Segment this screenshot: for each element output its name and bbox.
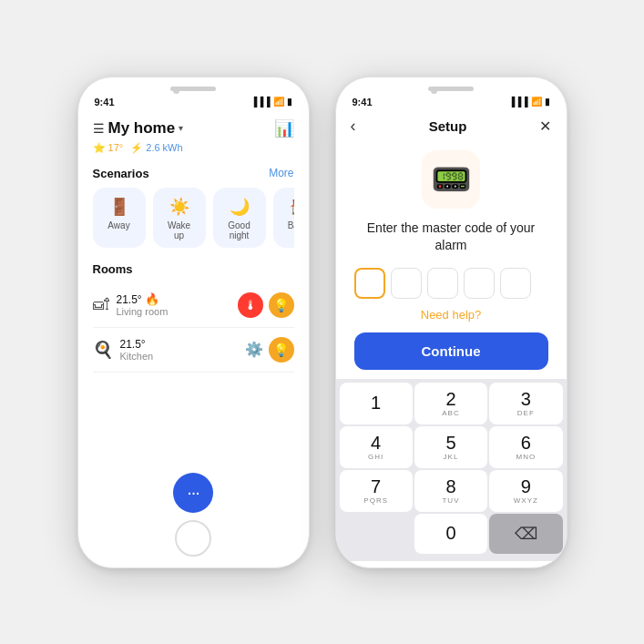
home-title: My home	[108, 119, 176, 138]
livingroom-thermostat-btn[interactable]: 🌡	[238, 292, 263, 318]
key-2[interactable]: 2 ABC	[414, 383, 487, 424]
scenarios-more-link[interactable]: More	[269, 167, 293, 179]
menu-icon[interactable]: ☰	[93, 121, 105, 136]
dropdown-arrow-icon[interactable]: ▾	[179, 123, 183, 133]
livingroom-name: Living room	[117, 306, 238, 317]
livingroom-temp: 21.5° 🔥	[117, 292, 238, 306]
continue-button[interactable]: Continue	[354, 332, 548, 370]
need-help-link[interactable]: Need help?	[421, 308, 482, 322]
wifi-icon: 📶	[273, 97, 284, 107]
battery-icon: ▮	[287, 97, 292, 107]
time-label: 9:41	[95, 97, 115, 107]
wifi-icon-2: 📶	[531, 97, 542, 107]
code-box-4[interactable]	[464, 268, 495, 299]
phone-camera-2	[431, 87, 437, 94]
close-button[interactable]: ✕	[539, 118, 551, 135]
key-backspace[interactable]: ⌫	[489, 514, 562, 554]
scenarios-section-header: Scenarios More	[93, 167, 294, 180]
key-8[interactable]: 8 TUV	[414, 470, 487, 512]
fab-button[interactable]: ···	[173, 473, 213, 511]
livingroom-controls: 🌡 💡	[238, 292, 294, 318]
setup-body: 📟 Enter the master code of your alarm Ne…	[336, 141, 567, 379]
flame-icon: 🔥	[145, 292, 159, 306]
home-button-1[interactable]	[175, 520, 211, 557]
backspace-icon: ⌫	[515, 524, 537, 544]
setup-screen: ‹ Setup ✕ 📟 Enter the master code of you…	[336, 111, 567, 561]
temperature-value: ⭐ 17°	[93, 142, 124, 154]
rooms-title: Rooms	[93, 262, 133, 276]
goodnight-label: Good night	[222, 220, 257, 240]
goodnight-icon: 🌙	[230, 197, 250, 217]
wakeup-label: Wake up	[162, 220, 197, 240]
phone-setup: 9:41 ▐▐▐ 📶 ▮ ‹ Setup ✕ 📟 Enter the maste…	[335, 77, 567, 568]
code-input-row	[354, 268, 548, 299]
kitchen-temp: 21.5°	[120, 338, 245, 351]
phone-top-bar	[78, 77, 309, 95]
sofa-icon: 🛋	[93, 295, 109, 314]
room-livingroom: 🛋 21.5° 🔥 Living room 🌡 💡	[93, 283, 294, 328]
code-box-2[interactable]	[391, 268, 422, 299]
home-subtitle: ⭐ 17° ⚡ 2.6 kWh	[93, 142, 294, 154]
phone-home: 9:41 ▐▐▐ 📶 ▮ ☰ My home ▾ 📊 ⭐ 17°	[77, 77, 310, 568]
away-label: Away	[107, 220, 129, 230]
code-box-1[interactable]	[354, 268, 385, 299]
status-icons: ▐▐▐ 📶 ▮	[250, 97, 291, 107]
chart-icon[interactable]: 📊	[274, 118, 294, 138]
numpad-grid: 1 2 ABC 3 DEF 4 GHI	[340, 383, 563, 554]
code-box-5[interactable]	[500, 268, 531, 299]
code-box-3[interactable]	[427, 268, 458, 299]
scenarios-title: Scenarios	[93, 167, 149, 180]
kitchen-name: Kitchen	[120, 351, 245, 362]
scenarios-row: 🚪 Away ☀️ Wake up 🌙 Good night 🏠 Bac...	[93, 188, 294, 248]
back-icon: 🏠	[290, 197, 294, 217]
room-kitchen: 🍳 21.5° Kitchen ⚙️ 💡	[93, 328, 294, 373]
battery-icon-2: ▮	[545, 97, 550, 107]
alarm-panel-icon: 📟	[431, 160, 472, 199]
time-label-2: 9:41	[353, 97, 373, 107]
wakeup-icon: ☀️	[169, 197, 189, 217]
alarm-icon-wrapper: 📟	[422, 150, 480, 209]
room-livingroom-info: 21.5° 🔥 Living room	[117, 292, 238, 317]
room-kitchen-info: 21.5° Kitchen	[120, 338, 245, 362]
phone-camera	[173, 87, 179, 94]
key-4[interactable]: 4 GHI	[340, 426, 413, 468]
scenario-goodnight[interactable]: 🌙 Good night	[213, 188, 266, 248]
status-bar-home: 9:41 ▐▐▐ 📶 ▮	[78, 95, 309, 111]
scenario-away[interactable]: 🚪 Away	[93, 188, 146, 248]
key-9[interactable]: 9 WXYZ	[489, 470, 562, 512]
key-empty	[340, 514, 413, 554]
kitchen-settings-icon[interactable]: ⚙️	[245, 341, 263, 358]
setup-instruction: Enter the master code of your alarm	[354, 220, 548, 255]
setup-title: Setup	[429, 118, 467, 134]
key-0[interactable]: 0	[414, 514, 487, 554]
energy-value: ⚡ 2.6 kWh	[130, 142, 182, 154]
signal-icon-2: ▐▐▐	[508, 97, 527, 107]
kitchen-light-btn[interactable]: 💡	[269, 337, 294, 363]
rooms-section-header: Rooms	[93, 262, 294, 276]
numpad: 1 2 ABC 3 DEF 4 GHI	[336, 379, 567, 561]
scenario-back[interactable]: 🏠 Bac...	[273, 188, 294, 248]
key-7[interactable]: 7 PQRS	[340, 470, 413, 512]
pan-icon: 🍳	[93, 340, 113, 360]
status-bar-setup: 9:41 ▐▐▐ 📶 ▮	[336, 95, 567, 111]
livingroom-light-btn[interactable]: 💡	[269, 292, 294, 318]
kitchen-controls: ⚙️ 💡	[245, 337, 294, 363]
home-header: ☰ My home ▾ 📊	[93, 118, 294, 138]
back-label: Bac...	[288, 220, 294, 230]
away-icon: 🚪	[109, 197, 129, 217]
key-5[interactable]: 5 JKL	[414, 426, 487, 468]
key-6[interactable]: 6 MNO	[489, 426, 562, 468]
home-screen-content: ☰ My home ▾ 📊 ⭐ 17° ⚡ 2.6 kWh Scenarios …	[78, 111, 309, 511]
status-icons-2: ▐▐▐ 📶 ▮	[508, 97, 549, 107]
back-button[interactable]: ‹	[351, 117, 356, 136]
scenario-wakeup[interactable]: ☀️ Wake up	[153, 188, 206, 248]
key-3[interactable]: 3 DEF	[489, 383, 562, 424]
home-title-row: ☰ My home ▾	[93, 119, 184, 138]
signal-icon: ▐▐▐	[250, 97, 270, 107]
key-1[interactable]: 1	[340, 383, 413, 424]
phones-container: 9:41 ▐▐▐ 📶 ▮ ☰ My home ▾ 📊 ⭐ 17°	[77, 77, 567, 568]
phone-top-bar-2	[336, 77, 567, 95]
setup-nav: ‹ Setup ✕	[336, 111, 567, 141]
